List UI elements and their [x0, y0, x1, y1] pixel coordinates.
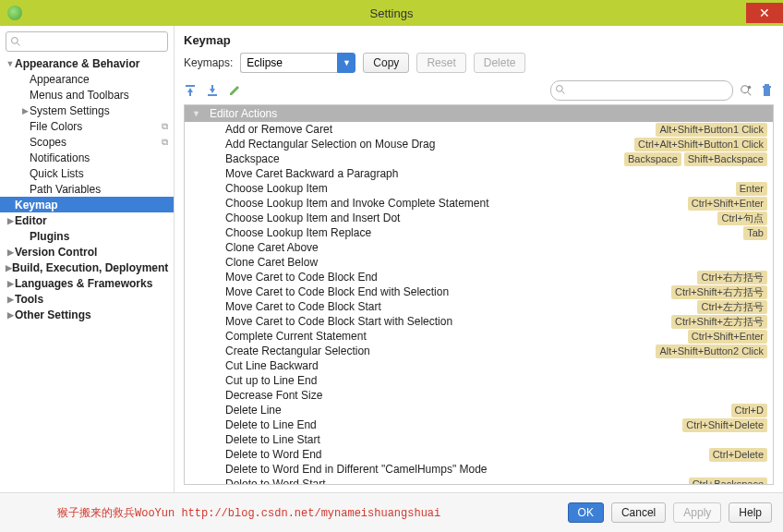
action-row[interactable]: Move Caret to Code Block End with Select…	[185, 284, 773, 299]
collapse-all-icon[interactable]	[206, 84, 219, 97]
sidebar-item[interactable]: ▶Editor	[0, 212, 174, 228]
action-name: Cut up to Line End	[225, 374, 767, 387]
action-row[interactable]: Cut Line Backward	[185, 358, 773, 373]
sidebar-search-input[interactable]	[6, 31, 168, 52]
shortcut-group: Ctrl+左方括号	[697, 300, 767, 314]
sidebar-item-label: Notifications	[30, 151, 168, 164]
sidebar-item[interactable]: ▶System Settings	[0, 103, 174, 118]
svg-line-7	[562, 91, 565, 94]
sidebar-item[interactable]: ▶Languages & Frameworks	[0, 275, 174, 291]
sidebar-item[interactable]: Keymap	[0, 197, 174, 212]
sidebar-item-label: Quick Lists	[30, 167, 168, 180]
action-row[interactable]: Clone Caret Above	[185, 240, 773, 255]
tree-arrow-icon: ▶	[6, 216, 15, 225]
action-name: Add or Remove Caret	[225, 123, 656, 136]
ok-button[interactable]: OK	[568, 502, 604, 523]
action-name: Add Rectangular Selection on Mouse Drag	[225, 138, 634, 151]
action-name: Delete to Word Start	[225, 478, 689, 484]
section-title: Editor Actions	[210, 107, 277, 120]
action-row[interactable]: Delete to Word EndCtrl+Delete	[185, 447, 773, 462]
action-row[interactable]: Delete to Word StartCtrl+Backspace	[185, 477, 773, 484]
sidebar-item[interactable]: Path Variables	[0, 181, 174, 197]
action-name: Move Caret to Code Block Start	[225, 300, 697, 313]
sidebar-item[interactable]: Plugins	[0, 228, 174, 244]
action-row[interactable]: Delete to Word End in Different "CamelHu…	[185, 462, 773, 477]
section-header[interactable]: ▼ Editor Actions	[185, 105, 773, 122]
action-name: Choose Lookup Item and Invoke Complete S…	[225, 197, 688, 210]
action-row[interactable]: Delete to Line Start	[185, 432, 773, 447]
shortcut-badge: Backspace	[624, 152, 681, 166]
keymaps-label: Keymaps:	[184, 56, 233, 69]
shortcut-group: Ctrl+Alt+Shift+Button1 Click	[634, 138, 767, 151]
sidebar-item[interactable]: Notifications	[0, 150, 174, 165]
svg-point-10	[748, 86, 752, 90]
action-row[interactable]: Move Caret to Code Block StartCtrl+左方括号	[185, 299, 773, 314]
shortcut-badge: Ctrl+Alt+Shift+Button1 Click	[634, 138, 767, 151]
sidebar-item[interactable]: Scopes⧉	[0, 134, 174, 150]
action-row[interactable]: Move Caret to Code Block Start with Sele…	[185, 314, 773, 329]
action-name: Backspace	[225, 152, 624, 165]
sidebar-item[interactable]: Appearance	[0, 71, 174, 87]
action-row[interactable]: Add or Remove CaretAlt+Shift+Button1 Cli…	[185, 122, 773, 137]
keymap-value[interactable]	[240, 53, 337, 73]
action-row[interactable]: Cut up to Line End	[185, 373, 773, 388]
svg-line-9	[748, 92, 752, 96]
sidebar-item[interactable]: ▼Appearance & Behavior	[0, 55, 174, 71]
chevron-down-icon[interactable]: ▼	[337, 53, 355, 73]
shortcut-badge: Ctrl+句点	[717, 212, 767, 225]
sidebar-item[interactable]: File Colors⧉	[0, 118, 174, 134]
sidebar-item[interactable]: ▶Other Settings	[0, 307, 174, 322]
svg-point-8	[741, 86, 749, 93]
action-row[interactable]: Move Caret to Code Block EndCtrl+右方括号	[185, 270, 773, 284]
action-row[interactable]: Add Rectangular Selection on Mouse DragC…	[185, 137, 773, 151]
action-row[interactable]: Delete to Line EndCtrl+Shift+Delete	[185, 417, 773, 432]
action-row[interactable]: Choose Lookup Item ReplaceTab	[185, 225, 773, 240]
sidebar-item-label: Editor	[15, 214, 168, 227]
settings-tree[interactable]: ▼Appearance & BehaviorAppearanceMenus an…	[0, 55, 174, 492]
action-row[interactable]: Choose Lookup ItemEnter	[185, 181, 773, 196]
shortcut-group: Ctrl+句点	[717, 212, 767, 225]
shortcut-badge: Ctrl+Shift+Enter	[688, 197, 767, 211]
action-list[interactable]: Add or Remove CaretAlt+Shift+Button1 Cli…	[185, 122, 773, 484]
expand-all-icon[interactable]	[184, 84, 197, 97]
sidebar-item-label: Plugins	[30, 230, 168, 243]
sidebar-item[interactable]: Quick Lists	[0, 165, 174, 181]
action-search-input[interactable]	[550, 80, 733, 101]
delete-button: Delete	[474, 53, 526, 73]
tree-arrow-icon: ▶	[6, 295, 15, 304]
action-row[interactable]: Move Caret Backward a Paragraph	[185, 166, 773, 181]
copy-button[interactable]: Copy	[363, 53, 409, 73]
sidebar-item-label: Languages & Frameworks	[15, 277, 168, 290]
action-row[interactable]: Decrease Font Size	[185, 388, 773, 403]
find-shortcut-icon[interactable]	[739, 83, 753, 98]
shortcut-badge: Ctrl+Shift+Enter	[688, 330, 767, 344]
titlebar: Settings ✕	[0, 0, 783, 26]
sidebar-item[interactable]: ▶Version Control	[0, 244, 174, 260]
shortcut-group: Ctrl+Backspace	[689, 478, 767, 485]
action-row[interactable]: Clone Caret Below	[185, 255, 773, 270]
clear-filter-icon[interactable]	[759, 83, 774, 98]
action-row[interactable]: Choose Lookup Item and Insert DotCtrl+句点	[185, 211, 773, 225]
sidebar-item[interactable]: ▶Tools	[0, 291, 174, 307]
shortcut-badge: Ctrl+D	[731, 404, 767, 417]
cancel-button[interactable]: Cancel	[611, 502, 666, 523]
action-row[interactable]: BackspaceBackspaceShift+Backspace	[185, 151, 773, 166]
help-button[interactable]: Help	[729, 502, 772, 523]
sidebar-item[interactable]: ▶Build, Execution, Deployment	[0, 260, 174, 275]
tree-arrow-icon: ▶	[6, 263, 12, 272]
shortcut-group: Ctrl+Shift+Enter	[688, 330, 767, 344]
edit-icon[interactable]	[228, 84, 241, 97]
sidebar-item-label: Scopes	[30, 136, 162, 149]
action-row[interactable]: Choose Lookup Item and Invoke Complete S…	[185, 196, 773, 211]
sidebar-item[interactable]: Menus and Toolbars	[0, 87, 174, 103]
keymap-selector[interactable]: ▼	[240, 53, 355, 73]
shortcut-badge: Enter	[736, 182, 767, 196]
tree-arrow-icon: ▶	[6, 310, 15, 320]
shortcut-group: Ctrl+Shift+Delete	[682, 418, 767, 432]
reset-button: Reset	[416, 53, 465, 73]
action-row[interactable]: Delete LineCtrl+D	[185, 403, 773, 417]
action-name: Complete Current Statement	[225, 330, 688, 343]
sidebar-item-label: Version Control	[15, 246, 168, 259]
action-row[interactable]: Create Rectangular SelectionAlt+Shift+Bu…	[185, 344, 773, 358]
action-row[interactable]: Complete Current StatementCtrl+Shift+Ent…	[185, 329, 773, 344]
